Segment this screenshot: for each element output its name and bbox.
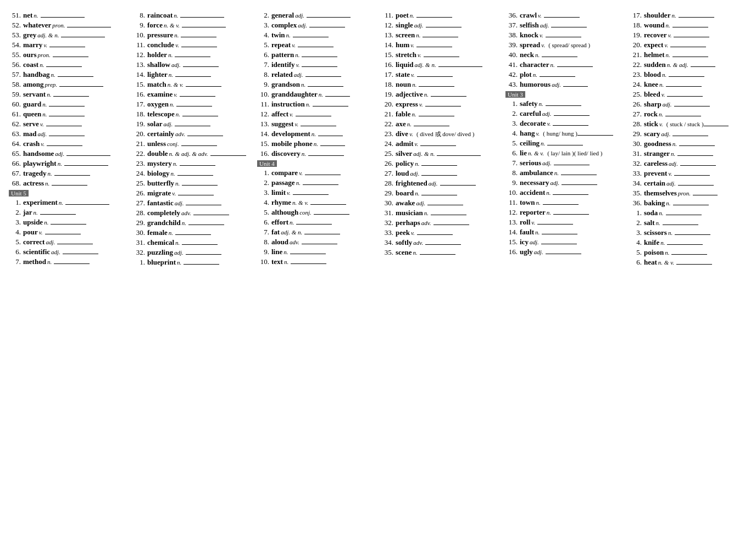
list-item: 8.relatedadj. <box>257 70 375 79</box>
answer-line <box>181 145 217 146</box>
entry-pos: adv. <box>181 210 191 216</box>
list-item: 26.policyn. <box>381 159 499 168</box>
answer-line <box>671 254 707 255</box>
list-item: 12.reportern. <box>505 208 623 217</box>
entry-word: net <box>23 11 32 20</box>
entry-number: 24. <box>381 139 393 148</box>
list-item: 36.crawlv. <box>505 11 623 20</box>
list-item: 8.ambulancen. <box>505 169 623 177</box>
entry-number: 26. <box>630 100 642 109</box>
entry-pos: n. & adj. & adv. <box>169 150 208 157</box>
entry-number: 18. <box>381 80 393 89</box>
answer-line <box>52 185 87 186</box>
entry-number: 11. <box>133 41 145 49</box>
entry-pos: v. <box>40 121 44 127</box>
answer-line <box>309 27 345 27</box>
entry-word: guard <box>23 100 41 109</box>
entry-number: 17. <box>381 70 393 79</box>
answer-line <box>672 27 708 27</box>
entry-number: 61. <box>9 110 21 119</box>
entry-word: fat <box>271 228 280 237</box>
entry-pos: n. <box>286 32 291 38</box>
answer-line <box>184 264 219 265</box>
entry-number: 26. <box>381 159 393 168</box>
answer-line <box>49 47 85 47</box>
list-item: 32.carelessadj. <box>630 159 747 168</box>
entry-number: 1. <box>630 209 642 217</box>
entry-word: poet <box>396 11 409 20</box>
entry-number: 57. <box>9 70 21 79</box>
entry-pos: n. <box>290 219 294 226</box>
entry-number: 14. <box>505 228 518 237</box>
entry-word: stick <box>644 120 658 128</box>
answer-line <box>440 185 476 186</box>
entry-pos: n. <box>554 170 559 176</box>
entry-number: 8. <box>505 169 518 177</box>
answer-line <box>542 57 577 57</box>
entry-word: crash <box>23 139 40 148</box>
entry-word: scissors <box>644 228 667 237</box>
entry-pos: n. <box>42 111 47 117</box>
list-item: 29.boardn. <box>381 189 499 198</box>
entry-number: 62. <box>9 120 21 128</box>
list-item: 1.sodan. <box>630 209 747 217</box>
entry-pos: v. <box>531 219 535 226</box>
entry-word: wound <box>644 21 665 30</box>
entry-pos: v. <box>659 121 663 127</box>
entry-pos: prep. <box>45 81 58 88</box>
list-item: 35.themselvespron. <box>630 189 747 198</box>
entry-word: peek <box>396 228 410 237</box>
entry-pos: n. <box>665 249 669 256</box>
entry-number: 10. <box>257 257 269 266</box>
list-item: 61.queenn. <box>9 110 126 119</box>
answer-line <box>293 194 329 195</box>
entry-word: female <box>147 228 168 237</box>
entry-pos: adj. <box>530 239 539 245</box>
list-item: 7.identifyv. <box>257 60 375 69</box>
entry-word: aloud <box>271 238 288 246</box>
list-item: 6.effortn. <box>257 218 375 227</box>
answer-line <box>210 155 246 156</box>
entry-pos: adj. <box>51 249 60 255</box>
entry-word: grandchild <box>147 218 181 227</box>
entry-pos: n. <box>48 170 52 177</box>
answer-line <box>53 96 89 97</box>
entry-pos: n. <box>407 121 412 127</box>
answer-line <box>308 86 343 87</box>
entry-pos: adj. <box>46 239 55 245</box>
entry-pos: n. <box>182 220 186 226</box>
list-item: 17.statev. <box>381 70 499 79</box>
entry-pos: adj. & n. <box>281 229 302 235</box>
entry-number: 12. <box>505 208 518 217</box>
entry-number: 3. <box>9 218 21 227</box>
entry-note: ( dived 或 dove/ dived ) <box>416 130 474 138</box>
entry-word: discovery <box>271 149 301 158</box>
entry-word: reporter <box>520 208 546 217</box>
entry-number: 29. <box>133 218 145 227</box>
answer-line <box>293 37 329 37</box>
answer-line <box>175 126 210 126</box>
entry-pos: adj. <box>175 200 184 206</box>
entry-number: 1. <box>9 198 21 207</box>
list-item: 4.pourv. <box>9 228 126 237</box>
entry-pos: n. <box>415 190 419 197</box>
list-item: 33.preventv. <box>630 169 747 178</box>
list-item: 20.certainlyadv. <box>133 130 251 138</box>
entry-word: themselves <box>644 189 677 198</box>
answer-line <box>63 254 98 254</box>
list-item: 13.rollv. <box>505 218 623 227</box>
entry-word: humorous <box>520 80 551 89</box>
list-item: 24.biologyn. <box>133 169 251 178</box>
entry-word: actress <box>23 179 44 188</box>
answer-line <box>180 165 215 166</box>
entry-pos: n. <box>47 91 51 98</box>
entry-pos: adj. <box>174 249 184 256</box>
column-6: 17.shouldern.18.woundn.19.recoverv.20.ex… <box>626 11 751 268</box>
entry-word: grandson <box>271 80 300 89</box>
entry-word: crawl <box>520 11 537 20</box>
list-item: 39.spreadv.( spread/ spread ) <box>505 41 623 49</box>
entry-number: 24. <box>630 80 642 89</box>
list-item: 9.forcen. & v. <box>133 21 251 30</box>
answer-line <box>425 244 461 245</box>
entry-number: 23. <box>381 130 393 138</box>
